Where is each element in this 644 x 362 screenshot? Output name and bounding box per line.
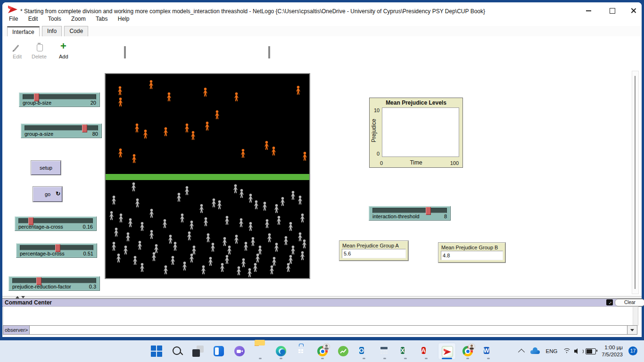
search-icon (173, 346, 181, 355)
person-turtle-group-a (282, 236, 289, 246)
start-icon (151, 346, 162, 357)
person-turtle-group-a (264, 219, 271, 229)
person-turtle-group-a (249, 237, 256, 247)
clear-button[interactable]: Clear (615, 299, 644, 306)
person-turtle-group-b (116, 86, 124, 96)
person-turtle-group-a (188, 254, 195, 263)
onedrive-icon (529, 348, 541, 354)
title-bar[interactable]: * Starting from complete division and wo… (2, 2, 642, 16)
person-turtle-group-b (117, 98, 124, 107)
window-title: * Starting from complete division and wo… (20, 8, 485, 15)
chrome-profile-button[interactable] (459, 343, 477, 360)
chat-button[interactable] (231, 343, 248, 360)
minimize-button[interactable] (586, 7, 593, 14)
menu-file[interactable]: File (9, 16, 18, 22)
slider-track[interactable] (25, 125, 98, 131)
person-turtle-group-a (162, 265, 169, 275)
file-explorer-button[interactable] (251, 343, 269, 360)
word-button[interactable]: W (479, 343, 497, 360)
edge-button[interactable] (272, 343, 290, 360)
slider-track[interactable] (18, 218, 93, 223)
task-view[interactable] (189, 343, 207, 360)
start-button[interactable] (148, 343, 165, 360)
slider-value: 0.3 (89, 284, 96, 289)
onedrive-tray-button[interactable] (528, 343, 542, 360)
command-input[interactable] (30, 325, 627, 335)
acrobat-button[interactable]: A (417, 343, 435, 360)
command-prompt-row: observer> (3, 325, 637, 335)
person-turtle-group-a (132, 256, 139, 265)
person-turtle-group-a (148, 209, 155, 218)
calculator-button[interactable] (376, 343, 394, 360)
person-turtle-group-b (133, 123, 140, 133)
tab-code[interactable]: Code (64, 26, 88, 36)
person-turtle-group-a (299, 214, 306, 223)
person-turtle-group-a (219, 263, 226, 272)
person-turtle-group-a (216, 200, 223, 210)
slider-label: percentage-a-cross (18, 224, 63, 230)
netlogo-taskbar-button[interactable] (438, 343, 456, 360)
volume-tray-button[interactable] (572, 343, 584, 360)
expand-icon[interactable]: ↔ (606, 299, 613, 305)
person-turtle-group-a (275, 216, 282, 225)
command-history-dropdown[interactable] (627, 325, 637, 335)
widgets-button[interactable] (210, 343, 228, 360)
person-turtle-group-a (246, 268, 253, 278)
person-turtle-group-a (200, 265, 207, 275)
slider-percentage-a-cross[interactable]: percentage-a-cross0.16 (15, 216, 97, 231)
edit-tool-button[interactable]: Edit (13, 54, 22, 59)
world-view[interactable] (105, 73, 310, 279)
task-view-icon (192, 346, 204, 357)
go-button[interactable]: go ↻ (33, 187, 62, 202)
slider-group-a-size[interactable]: group-a-size80 (21, 123, 102, 138)
menu-zoom[interactable]: Zoom (71, 16, 86, 22)
menu-help[interactable]: Help (118, 16, 130, 22)
person-turtle-group-a (181, 262, 188, 271)
battery-tray-button[interactable] (584, 343, 598, 360)
person-turtle-group-a (179, 214, 186, 223)
vertical-scrollbar[interactable] (632, 71, 639, 294)
tray-overflow-button[interactable] (515, 343, 528, 360)
close-button[interactable] (631, 7, 637, 14)
maximize-button[interactable] (610, 7, 616, 14)
slider-group-b-size[interactable]: group-b-size20 (19, 92, 100, 107)
add-plus-icon: + (60, 40, 66, 52)
excel-button[interactable]: X (396, 343, 414, 360)
slider-percentage-b-cross[interactable]: percentage-b-cross0.51 (16, 243, 97, 258)
slider-track[interactable] (23, 94, 96, 99)
toolbar: Edit Delete + Add abc5 Monitor normal sp… (2, 36, 642, 66)
slider-prejudice-reduction-factor[interactable]: prejudice-reduction-factor0.3 (8, 276, 100, 291)
add-tool-button[interactable]: Add (59, 54, 68, 59)
menu-edit[interactable]: Edit (28, 16, 38, 22)
menu-tabs[interactable]: Tabs (96, 16, 107, 22)
plot-mean-prejudice-levels[interactable]: Mean Prejudice Levels 10 Prejudice 0 0 T… (369, 98, 463, 168)
output-scrollbar[interactable] (633, 307, 638, 325)
slider-interaction-threshold[interactable]: interaction-threshold8 (369, 206, 451, 221)
command-center-output[interactable] (3, 306, 638, 326)
tab-interface[interactable]: Interface (7, 26, 40, 37)
language-indicator[interactable]: ENG (543, 343, 560, 360)
person-turtle-group-a (188, 221, 195, 230)
green-chart-app-button[interactable] (334, 343, 352, 360)
slider-track[interactable] (372, 208, 447, 213)
notification-badge[interactable]: 17 (628, 346, 637, 355)
menu-tools[interactable]: Tools (48, 16, 61, 22)
slider-track[interactable] (20, 245, 93, 250)
tab-info[interactable]: Info (42, 26, 62, 36)
taskbar-search[interactable] (168, 343, 186, 360)
chrome-button[interactable] (314, 343, 331, 360)
forever-icon: ↻ (56, 187, 60, 201)
slider-track[interactable] (12, 278, 96, 283)
outlook-button[interactable]: O (355, 343, 373, 360)
person-turtle-group-b (301, 152, 308, 161)
person-turtle-group-a (175, 193, 182, 202)
delete-tool-button[interactable]: Delete (32, 54, 47, 59)
person-turtle-group-a (289, 191, 297, 200)
person-turtle-group-b (233, 92, 240, 102)
scrollbar-thumb[interactable] (635, 76, 636, 289)
clock[interactable]: 1:00 μμ 7/5/2023 (602, 344, 623, 358)
store-button[interactable] (293, 343, 311, 360)
person-turtle-group-a (110, 196, 117, 205)
plot-x-max-tick: 100 (450, 160, 459, 166)
setup-button[interactable]: setup (31, 161, 61, 175)
